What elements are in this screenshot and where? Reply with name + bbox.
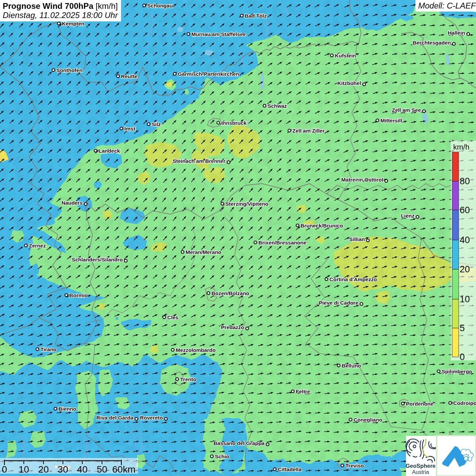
svg-text:0: 0 xyxy=(2,464,7,475)
svg-text:Feltre: Feltre xyxy=(296,389,310,394)
svg-text:Schwaz: Schwaz xyxy=(268,103,287,109)
svg-text:5: 5 xyxy=(460,323,465,333)
svg-text:Sillian: Sillian xyxy=(349,236,365,242)
svg-text:Prognose Wind 700hPa [km/h]: Prognose Wind 700hPa [km/h] xyxy=(3,1,118,11)
svg-text:Bienno: Bienno xyxy=(58,406,76,412)
svg-text:Modell: C-LAEF: Modell: C-LAEF xyxy=(418,1,476,10)
svg-text:Kufstein: Kufstein xyxy=(335,53,356,58)
svg-text:Sterzing/Vipiteno: Sterzing/Vipiteno xyxy=(225,201,268,207)
svg-text:Sonthofen: Sonthofen xyxy=(56,67,83,73)
svg-text:Brixen/Bressanone: Brixen/Bressanone xyxy=(258,240,307,245)
svg-text:Kitzbühel: Kitzbühel xyxy=(337,80,361,86)
svg-text:Pordenone: Pordenone xyxy=(406,401,434,407)
svg-text:Pieve di Cadore: Pieve di Cadore xyxy=(319,300,359,306)
svg-text:GeoSphere: GeoSphere xyxy=(406,463,436,469)
svg-text:Berchtesgaden: Berchtesgaden xyxy=(413,40,451,46)
svg-text:Hallein: Hallein xyxy=(448,30,465,36)
svg-text:Imst: Imst xyxy=(124,126,135,132)
svg-text:Spilimbergo: Spilimbergo xyxy=(442,369,472,374)
svg-text:Murnau am Staffelsee: Murnau am Staffelsee xyxy=(191,31,246,37)
svg-text:Steinach am Brenner: Steinach am Brenner xyxy=(173,158,225,164)
svg-text:Dienstag, 11.02.2025 18:00 Uhr: Dienstag, 11.02.2025 18:00 Uhr xyxy=(3,11,118,20)
svg-text:10: 10 xyxy=(18,464,29,475)
svg-text:Belluno: Belluno xyxy=(342,363,361,369)
svg-text:40: 40 xyxy=(460,235,470,245)
svg-text:Matrei in Osttirol: Matrei in Osttirol xyxy=(341,177,383,183)
svg-text:Garmisch-Partenkirchen: Garmisch-Partenkirchen xyxy=(178,71,239,77)
svg-text:60: 60 xyxy=(460,205,470,215)
svg-text:Schio: Schio xyxy=(215,454,229,459)
svg-text:50: 50 xyxy=(97,464,107,475)
svg-text:Lienz: Lienz xyxy=(401,213,414,219)
svg-text:Codroipo: Codroipo xyxy=(453,400,476,406)
svg-text:20: 20 xyxy=(460,264,470,274)
svg-text:80: 80 xyxy=(460,176,470,186)
svg-text:60km: 60km xyxy=(112,464,135,475)
svg-text:Zernez: Zernez xyxy=(29,243,46,249)
svg-text:Treviso: Treviso xyxy=(345,463,364,469)
svg-text:Mezzolombardo: Mezzolombardo xyxy=(176,347,216,353)
svg-text:km/h: km/h xyxy=(453,143,470,151)
svg-text:Cles: Cles xyxy=(167,314,178,320)
svg-text:Schlanders/Silandro: Schlanders/Silandro xyxy=(72,257,123,262)
svg-text:Mittersill: Mittersill xyxy=(380,118,402,123)
svg-text:Cortina d'Ampezzo: Cortina d'Ampezzo xyxy=(329,276,377,282)
svg-text:Bad Tölz: Bad Tölz xyxy=(245,13,267,19)
svg-text:Bassano del Grappa: Bassano del Grappa xyxy=(214,440,265,446)
svg-text:Trento: Trento xyxy=(180,376,196,382)
svg-text:40: 40 xyxy=(77,464,87,475)
svg-text:Meran/Merano: Meran/Merano xyxy=(186,249,221,255)
svg-text:Innsbruck: Innsbruck xyxy=(221,120,247,126)
svg-text:0: 0 xyxy=(460,352,465,362)
svg-text:Rovereto: Rovereto xyxy=(140,415,163,421)
svg-text:Kempten: Kempten xyxy=(62,21,84,27)
svg-text:Nauders: Nauders xyxy=(62,200,83,206)
svg-text:Zell am Ziller: Zell am Ziller xyxy=(292,128,325,134)
svg-text:Predazzo: Predazzo xyxy=(221,324,244,330)
svg-text:20: 20 xyxy=(38,464,49,475)
svg-text:Silz: Silz xyxy=(152,121,161,127)
svg-text:Bormio: Bormio xyxy=(69,292,88,298)
svg-text:Reutte: Reutte xyxy=(121,73,138,79)
svg-text:Cittadella: Cittadella xyxy=(278,466,302,472)
svg-text:Bozen/Bolzano: Bozen/Bolzano xyxy=(211,290,249,296)
svg-text:Tirano: Tirano xyxy=(40,346,56,352)
svg-text:Riva del Garda: Riva del Garda xyxy=(96,415,133,421)
svg-text:Schongau: Schongau xyxy=(147,3,173,8)
svg-text:30: 30 xyxy=(57,464,68,475)
svg-text:Bruneck/Brunico: Bruneck/Brunico xyxy=(301,223,343,228)
svg-text:Austria: Austria xyxy=(412,469,429,475)
svg-text:10: 10 xyxy=(460,294,470,304)
svg-text:Zell am See: Zell am See xyxy=(392,107,421,113)
svg-text:Landeck: Landeck xyxy=(99,148,120,154)
svg-text:Conegliano: Conegliano xyxy=(354,417,382,423)
